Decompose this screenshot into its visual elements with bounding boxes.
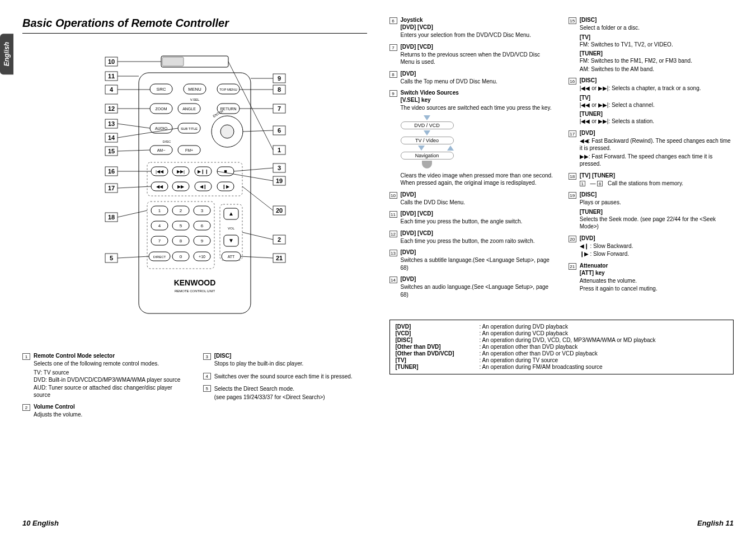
brand-label: KENWOOD (173, 278, 215, 287)
legend-row: [VCD]: An operation during VCD playback (396, 330, 728, 336)
item-text: Press it again to cancel muting. (580, 285, 734, 293)
src-button[interactable]: SRC (156, 87, 166, 92)
callout-num: 7 (389, 44, 397, 51)
item-text: Selects the Seek mode. (see page 22/44 f… (580, 216, 734, 231)
play-pause-icon[interactable]: ▶❙❙ (198, 169, 209, 174)
item-title: Joystick (401, 17, 555, 23)
item-title: [DISC] (214, 353, 367, 359)
legend-key: [Other than DVD/VCD] (396, 350, 480, 357)
svg-text:8: 8 (180, 238, 182, 243)
callout-num: 14 (389, 277, 397, 283)
svg-text:4: 4 (110, 86, 114, 93)
item-text: Select a folder or a disc. (580, 24, 734, 32)
callout-num: 18 (569, 173, 576, 180)
item-1: 1 Remote Control Mode selector Selects o… (22, 353, 186, 399)
item-13: 13 [DVD] Switches a subtitle language.(S… (389, 249, 555, 271)
subtitle-button[interactable]: SUB TITLE (181, 127, 198, 130)
audio-button[interactable]: AUDIO (155, 127, 168, 130)
item-subtitle: [TV] (580, 34, 734, 40)
callout-num: 1 (22, 353, 30, 360)
legend-row: [Other than DVD]: An operation other tha… (396, 344, 728, 350)
remote-figure: SRC MENU TOP MENU V.SEL ZOOM ANGLE RETUR… (77, 45, 312, 336)
item-text: FM: Switches to the FM1, FM2, or FM3 ban… (580, 57, 734, 65)
svg-point-12 (220, 125, 234, 138)
slow-fwd-icon[interactable]: ❙▶ (222, 184, 229, 189)
item-19: 19 [DISC] Plays or pauses. [TUNER] Selec… (569, 191, 734, 231)
rewind-icon[interactable]: ◀◀ (156, 184, 163, 189)
disc-down-icon[interactable]: ▼ (228, 237, 234, 243)
svg-text:11: 11 (108, 73, 115, 79)
svg-text:2: 2 (180, 208, 182, 213)
item-7: 7 [DVD] [VCD] Returns to the previous sc… (389, 44, 555, 66)
svg-text:9: 9 (201, 238, 204, 243)
item-text: Adjusts the volume. (34, 411, 186, 419)
am-minus-button[interactable]: AM− (157, 148, 165, 152)
svg-text:21: 21 (276, 255, 283, 261)
legend-key: [DVD] (396, 324, 480, 330)
item-16: 16 [DISC] |◀◀ or ▶▶|: Selects a chapter,… (569, 77, 734, 125)
item-subtitle: [TUNER] (580, 209, 734, 215)
svg-text:6: 6 (201, 223, 204, 228)
seq-box: DVD / VCD (401, 121, 454, 129)
stop-icon[interactable]: ■ (224, 168, 227, 174)
item-subtitle: [V.SEL] key (401, 97, 555, 103)
item-15: 15 [DISC] Select a folder or a disc. [TV… (569, 17, 734, 73)
vol-label: VOL (228, 227, 235, 230)
dash: — (589, 180, 598, 186)
direct-button[interactable]: DIRECT (153, 255, 166, 259)
zoom-button[interactable]: ZOOM (155, 107, 167, 111)
legend-row: [TUNER]: An operation during FM/AM broad… (396, 364, 728, 370)
item-subtitle: [TUNER] (580, 111, 734, 117)
svg-text:17: 17 (108, 185, 115, 191)
next-track-icon[interactable]: ▶▶| (177, 169, 185, 174)
svg-text:20: 20 (276, 207, 283, 214)
callout-num: 2 (22, 404, 30, 411)
disc-up-icon[interactable]: ▲ (228, 210, 234, 217)
item-12: 12 [DVD] [VCD] Each time you press the b… (389, 230, 555, 245)
item-17: 17 [DVD] ◀◀: Fast Backward (Rewind). The… (569, 130, 734, 168)
arrow-down-icon (424, 115, 430, 120)
item-text: Enters your selection from the DVD/VCD D… (401, 31, 555, 39)
svg-text:7: 7 (158, 238, 161, 243)
item-text: (see pages 19/24/33/37 for <Direct Searc… (214, 394, 367, 401)
svg-text:3: 3 (201, 208, 204, 213)
slow-back-icon[interactable]: ◀❙ (199, 184, 206, 189)
legend-val: : An operation during FM/AM broadcasting… (480, 364, 728, 370)
callout-num: 5 (203, 385, 211, 392)
att-button[interactable]: ATT (227, 255, 234, 259)
item-title: [DISC] (580, 77, 734, 83)
item-text: 1 — 6 Call the stations from memory. (580, 180, 734, 188)
item-2: 2 Volume Control Adjusts the volume. (22, 404, 186, 419)
item-text: Switches an audio language.(See <Languag… (401, 283, 555, 298)
angle-button[interactable]: ANGLE (182, 107, 196, 111)
item-subtitle: [TUNER] (580, 50, 734, 57)
item-6: 6 Joystick [DVD] [VCD] Enters your selec… (389, 17, 555, 39)
callout-num: 3 (203, 353, 211, 360)
svg-text:1: 1 (278, 147, 281, 153)
arrow-up-icon (447, 146, 454, 151)
arrow-down-icon (424, 130, 430, 135)
item-title: Attenuator (580, 263, 734, 269)
seq-end-icon (422, 161, 432, 168)
svg-text:1: 1 (158, 208, 161, 213)
svg-text:15: 15 (108, 148, 115, 154)
topmenu-button[interactable]: TOP MENU (219, 88, 237, 91)
svg-text:0: 0 (180, 254, 182, 259)
item-9: 9 Switch Video Sources [V.SEL] key The v… (389, 90, 555, 187)
menu-button[interactable]: MENU (188, 87, 201, 92)
prev-track-icon[interactable]: |◀◀ (156, 169, 164, 174)
legend-val: : An operation other than DVD or VCD pla… (480, 350, 728, 357)
svg-text:12: 12 (108, 105, 115, 112)
disc-label: DISC (163, 140, 171, 143)
item-title: [DVD] (401, 249, 555, 255)
callout-num: 11 (389, 211, 397, 218)
item-text: ▶▶: Fast Forward. The speed changes each… (580, 153, 734, 168)
fastfwd-icon[interactable]: ▶▶ (177, 184, 185, 189)
item-18: 18 [TV] [TUNER] 1 — 6 Call the stations … (569, 172, 734, 188)
list-item: AUD: Tuner source or attached disc chang… (34, 384, 186, 399)
legend-val: : An operation other than DVD playback (480, 344, 728, 350)
item-5: 5 Selects the Direct Search mode. (see p… (203, 385, 367, 401)
svg-rect-1 (162, 57, 184, 66)
item-title: [DVD] (580, 235, 734, 241)
fm-plus-button[interactable]: FM+ (185, 148, 193, 152)
